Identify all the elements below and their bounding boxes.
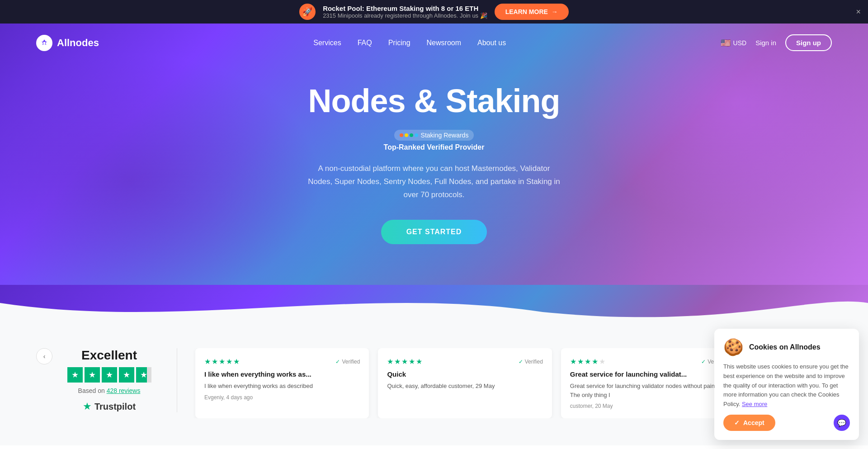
sr-badge: Staking Rewards bbox=[394, 130, 474, 141]
wave-container bbox=[0, 285, 868, 330]
verified-badge-2: ✓ Verified bbox=[519, 359, 543, 365]
banner-subtitle: 2315 Minipools already registered throug… bbox=[323, 12, 487, 19]
reviews-prev-button[interactable]: ‹ bbox=[36, 348, 52, 364]
based-on-text: Based on bbox=[78, 387, 105, 394]
dot-3 bbox=[410, 133, 413, 137]
author-date-3: 20 May bbox=[595, 403, 613, 409]
cookie-icon: 🍪 bbox=[723, 338, 744, 357]
flag-icon: 🇺🇸 bbox=[721, 38, 731, 48]
star-4: ★ bbox=[226, 357, 232, 366]
cookie-text: This website uses cookies to ensure you … bbox=[723, 362, 850, 409]
hero-content: Nodes & Staking Staking Rewards Top-Rank… bbox=[307, 83, 561, 244]
staking-rewards-badge: Staking Rewards bbox=[307, 130, 561, 141]
tp-star-4: ★ bbox=[119, 367, 134, 383]
star-5: ★ bbox=[416, 357, 422, 366]
review-card-3: ★ ★ ★ ★ ★ ✓ Verified Great service for l… bbox=[561, 348, 735, 418]
trustpilot-summary: Excellent ★ ★ ★ ★ ★ Based on 428 reviews… bbox=[60, 348, 177, 412]
nav-right: 🇺🇸 USD Sign in Sign up bbox=[721, 34, 832, 51]
hero-description: A non-custodial platform where you can h… bbox=[307, 162, 561, 202]
signin-button[interactable]: Sign in bbox=[755, 39, 776, 47]
currency-selector[interactable]: 🇺🇸 USD bbox=[721, 38, 747, 48]
signup-button[interactable]: Sign up bbox=[785, 34, 832, 51]
review-header-2: ★ ★ ★ ★ ★ ✓ Verified bbox=[387, 357, 542, 366]
review-title-1: I like when everything works as... bbox=[204, 370, 360, 378]
cookie-footer: ✓ Accept 💬 bbox=[723, 415, 850, 431]
learn-more-button[interactable]: LEARN MORE → bbox=[495, 4, 569, 20]
verified-text-2: Verified bbox=[525, 359, 543, 365]
sr-dots bbox=[400, 133, 418, 137]
top-banner: 🚀 Rocket Pool: Ethereum Staking with 8 o… bbox=[0, 0, 868, 24]
get-started-button[interactable]: GET STARTED bbox=[381, 220, 487, 244]
navbar: Allnodes Services FAQ Pricing Newsroom A… bbox=[0, 27, 868, 58]
svg-point-0 bbox=[43, 42, 46, 44]
nav-links: Services FAQ Pricing Newsroom About us bbox=[313, 39, 506, 47]
verified-text-1: Verified bbox=[342, 359, 360, 365]
banner-title: Rocket Pool: Ethereum Staking with 8 or … bbox=[323, 5, 487, 12]
review-count-link[interactable]: 428 reviews bbox=[107, 387, 141, 394]
star-5: ★ bbox=[233, 357, 240, 366]
star-3: ★ bbox=[401, 357, 408, 366]
star-1: ★ bbox=[387, 357, 393, 366]
banner-close-button[interactable]: × bbox=[856, 7, 861, 17]
nav-services[interactable]: Services bbox=[313, 39, 341, 47]
trustpilot-name: Trustpilot bbox=[94, 402, 136, 412]
review-stars-2: ★ ★ ★ ★ ★ bbox=[387, 357, 422, 366]
review-header-1: ★ ★ ★ ★ ★ ✓ Verified bbox=[204, 357, 360, 366]
verified-icon-3: ✓ bbox=[701, 359, 706, 365]
review-card-2: ★ ★ ★ ★ ★ ✓ Verified Quick Quick, easy, … bbox=[378, 348, 552, 418]
currency-label: USD bbox=[733, 39, 747, 47]
dot-2 bbox=[405, 133, 408, 137]
star-3: ★ bbox=[585, 357, 591, 366]
cookie-accept-button[interactable]: ✓ Accept bbox=[723, 415, 775, 431]
nav-newsroom[interactable]: Newsroom bbox=[427, 39, 461, 47]
author-name-1: Evgeniy bbox=[204, 394, 223, 401]
hero-title: Nodes & Staking bbox=[307, 83, 561, 119]
tp-star-icon: ★ bbox=[83, 401, 92, 412]
review-header-3: ★ ★ ★ ★ ★ ✓ Verified bbox=[570, 357, 726, 366]
cookie-policy-link[interactable]: See more bbox=[742, 401, 767, 407]
logo[interactable]: Allnodes bbox=[36, 35, 99, 51]
checkmark-icon: ✓ bbox=[734, 419, 740, 426]
staking-rewards-label: Staking Rewards bbox=[421, 132, 469, 139]
star-1: ★ bbox=[570, 357, 576, 366]
cookie-header: 🍪 Cookies on Allnodes bbox=[723, 338, 850, 357]
review-title-2: Quick bbox=[387, 370, 542, 378]
rocket-icon: 🚀 bbox=[299, 4, 316, 20]
review-stars-1: ★ ★ ★ ★ ★ bbox=[204, 357, 240, 366]
review-body-1: I like when everything works as describe… bbox=[204, 382, 360, 391]
verified-icon-2: ✓ bbox=[519, 359, 523, 365]
logo-icon bbox=[36, 35, 52, 51]
body-date-2: 29 May bbox=[476, 383, 495, 389]
hero-section: Nodes & Staking Staking Rewards Top-Rank… bbox=[0, 24, 868, 286]
trustpilot-stars: ★ ★ ★ ★ ★ bbox=[67, 367, 151, 383]
author-date-1: 4 days ago bbox=[226, 394, 253, 401]
tp-star-2: ★ bbox=[85, 367, 100, 383]
review-stars-3: ★ ★ ★ ★ ★ bbox=[570, 357, 605, 366]
verified-icon-1: ✓ bbox=[335, 359, 340, 365]
tp-star-1: ★ bbox=[67, 367, 83, 383]
review-body-3: Great service for launching validator no… bbox=[570, 382, 726, 399]
logo-text: Allnodes bbox=[57, 37, 99, 49]
star-4: ★ bbox=[592, 357, 598, 366]
nav-pricing[interactable]: Pricing bbox=[388, 39, 410, 47]
arrow-icon: → bbox=[552, 8, 558, 15]
star-2: ★ bbox=[212, 357, 218, 366]
review-author-1: Evgeniy, 4 days ago bbox=[204, 394, 360, 401]
wave-svg bbox=[0, 285, 868, 330]
verified-badge-1: ✓ Verified bbox=[335, 359, 360, 365]
star-3: ★ bbox=[219, 357, 225, 366]
star-5-grey: ★ bbox=[599, 357, 605, 366]
cookie-title: Cookies on Allnodes bbox=[749, 343, 821, 351]
top-ranked-label: Top-Ranked Verified Provider bbox=[307, 143, 561, 151]
star-1: ★ bbox=[204, 357, 211, 366]
chat-button[interactable]: 💬 bbox=[834, 415, 850, 431]
review-title-3: Great service for launching validat... bbox=[570, 370, 726, 378]
learn-more-label: LEARN MORE bbox=[505, 8, 548, 15]
star-2: ★ bbox=[577, 357, 584, 366]
review-body-2: Quick, easy, affordable customer, 29 May bbox=[387, 382, 542, 391]
reviews-prev-nav: ‹ bbox=[36, 348, 60, 364]
nav-faq[interactable]: FAQ bbox=[358, 39, 372, 47]
excellent-label: Excellent bbox=[81, 348, 137, 363]
star-4: ★ bbox=[409, 357, 415, 366]
nav-about[interactable]: About us bbox=[477, 39, 506, 47]
